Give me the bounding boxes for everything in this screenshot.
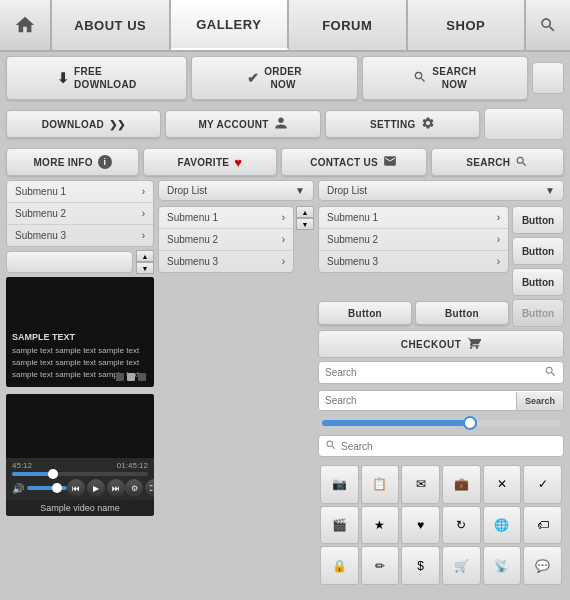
right-button-1[interactable]: Button [512,206,564,234]
icon-refresh[interactable]: ↻ [442,506,481,545]
disabled-button: Button [512,299,564,327]
icon-lock[interactable]: 🔒 [320,546,359,585]
icon-globe[interactable]: 🌐 [483,506,522,545]
icon-heart[interactable]: ♥ [401,506,440,545]
icon-pencil[interactable]: ✏ [361,546,400,585]
mid-submenu-item-1[interactable]: Submenu 1 › [159,207,293,229]
slider-thumb[interactable] [463,416,477,430]
button-pair-1[interactable]: Button [318,301,412,325]
spinner-down[interactable]: ▼ [136,262,154,274]
icon-grid: 📷 📋 ✉ 💼 ✕ ✓ 🎬 ★ ♥ ↻ 🌐 🏷 🔒 ✏ $ 🛒 📡 💬 [318,463,564,587]
nav-bar: ABOUT US GALLERY FORUM SHOP [0,0,570,52]
fullscreen-icon[interactable]: ⛶ [145,479,154,497]
contact-us-button[interactable]: CONTACT US [281,148,427,176]
right-submenu-row: Submenu 1 › Submenu 2 › Submenu 3 › Butt… [318,206,564,296]
search-icon-4 [325,439,337,453]
search-now-button[interactable]: SEARCHNOW [362,56,528,100]
icon-tag[interactable]: 🏷 [523,506,562,545]
video-progress-bar[interactable] [12,472,148,476]
main-content: Submenu 1 › Submenu 2 › Submenu 3 › ▲ ▼ [0,180,570,591]
search-input-2[interactable] [319,391,516,410]
mid-spinner-down[interactable]: ▼ [296,218,314,230]
right-submenu-item-2[interactable]: Submenu 2 › [319,229,508,251]
video-player-2: 45:12 01:45:12 🔊 ⏮ ▶ [6,394,154,516]
mid-submenu-item-3[interactable]: Submenu 3 › [159,251,293,272]
mid-submenu: Submenu 1 › Submenu 2 › Submenu 3 › [158,206,294,273]
placeholder-box [532,62,564,94]
icon-chat[interactable]: 💬 [523,546,562,585]
volume-control: 🔊 [12,483,67,494]
search-button[interactable]: SEARCH [431,148,564,176]
sample-text-title: SAMPLE TEXT [12,332,139,342]
dot-2 [127,373,135,381]
search-input-3[interactable] [341,441,557,452]
search-bar-2[interactable]: Search [318,390,564,411]
icon-rss[interactable]: 📡 [483,546,522,585]
search-bar-1[interactable] [318,361,564,384]
icon-video[interactable]: 🎬 [320,506,359,545]
toolbar-row-2: DOWNLOAD ❯❯ MY ACCOUNT SETTING [0,104,570,144]
video-screen-2 [6,394,154,458]
blue-slider[interactable] [322,420,560,426]
order-now-button[interactable]: ✔ ORDERNOW [191,56,357,100]
search-inline-button[interactable]: Search [516,392,563,410]
progress-thumb[interactable] [48,469,58,479]
button-pair-2[interactable]: Button [415,301,509,325]
right-submenu: Submenu 1 › Submenu 2 › Submenu 3 › [318,206,509,273]
icon-star[interactable]: ★ [361,506,400,545]
settings-icon[interactable]: ⚙ [125,479,143,497]
extra-controls: ⚙ ⛶ [125,479,154,497]
volume-thumb[interactable] [52,483,62,493]
mid-submenu-row: Submenu 1 › Submenu 2 › Submenu 3 › ▲ ▼ [158,206,314,273]
right-button-3[interactable]: Button [512,268,564,296]
favorite-button[interactable]: FAVORITE ♥ [143,148,276,176]
icon-dollar[interactable]: $ [401,546,440,585]
mid-dropdown[interactable]: Drop List ▼ [158,180,314,201]
right-dropdown[interactable]: Drop List ▼ [318,180,564,201]
time-current: 45:12 [12,461,32,470]
dot-1 [116,373,124,381]
icon-cart[interactable]: 🛒 [442,546,481,585]
slider-row [318,417,564,429]
left-input[interactable] [6,251,133,273]
nav-gallery[interactable]: GALLERY [171,0,290,50]
home-button[interactable] [0,0,52,50]
search-bar-3[interactable] [318,435,564,457]
free-download-button[interactable]: ⬇ FREEDOWNLOAD [6,56,187,100]
nav-shop[interactable]: SHOP [408,0,527,50]
right-submenu-item-1[interactable]: Submenu 1 › [319,207,508,229]
nav-about-us[interactable]: ABOUT US [52,0,171,50]
play-button[interactable]: ▶ [87,479,105,497]
gear-icon [421,116,435,132]
toolbar-row-1: ⬇ FREEDOWNLOAD ✔ ORDERNOW SEARCHNOW [0,52,570,104]
spinner-up[interactable]: ▲ [136,250,154,262]
search-input-1[interactable] [325,367,544,378]
icon-close[interactable]: ✕ [483,465,522,504]
video-screen: SAMPLE TEXT sample text sample text samp… [6,277,154,387]
icon-camera[interactable]: 📷 [320,465,359,504]
nav-search-button[interactable] [526,0,570,50]
submenu-item-3[interactable]: Submenu 3 › [7,225,153,246]
skip-back-button[interactable]: ⏮ [67,479,85,497]
setting-button[interactable]: SETTING [325,110,480,138]
mid-submenu-item-2[interactable]: Submenu 2 › [159,229,293,251]
nav-forum[interactable]: FORUM [289,0,408,50]
checkout-button[interactable]: CHECKOUT [318,330,564,358]
chevron-right-icon-3: › [142,230,145,241]
info-icon: i [98,155,112,169]
skip-forward-button[interactable]: ⏭ [107,479,125,497]
submenu-item-1[interactable]: Submenu 1 › [7,181,153,203]
download-button[interactable]: DOWNLOAD ❯❯ [6,110,161,138]
search-icon-3[interactable] [544,365,557,380]
icon-clipboard[interactable]: 📋 [361,465,400,504]
my-account-button[interactable]: MY ACCOUNT [165,110,320,138]
mid-spinner-up[interactable]: ▲ [296,206,314,218]
icon-briefcase[interactable]: 💼 [442,465,481,504]
right-submenu-item-3[interactable]: Submenu 3 › [319,251,508,272]
icon-check[interactable]: ✓ [523,465,562,504]
right-button-2[interactable]: Button [512,237,564,265]
submenu-item-2[interactable]: Submenu 2 › [7,203,153,225]
icon-mail[interactable]: ✉ [401,465,440,504]
volume-slider-track[interactable] [27,486,67,490]
more-info-button[interactable]: MORE INFO i [6,148,139,176]
